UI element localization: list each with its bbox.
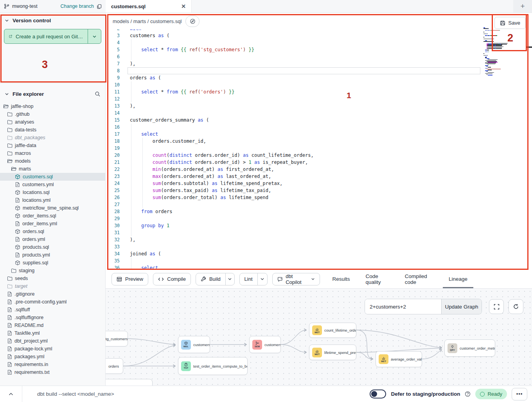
line-number: 7 <box>106 60 120 67</box>
update-graph-button[interactable]: Update Graph <box>441 299 482 314</box>
lineage-node-customers[interactable]: MDLcustomers <box>178 336 210 353</box>
tree-item-requirements-in[interactable]: requirements.in <box>0 361 105 368</box>
tree-item--github[interactable]: .github <box>0 110 105 118</box>
tree-item-order-items-yml[interactable]: order_items.yml <box>0 220 105 228</box>
branch-zone: mwong-test Change branch <box>0 0 106 13</box>
code-line-28: 28 from orders <box>106 208 532 215</box>
search-icon[interactable] <box>95 91 101 97</box>
build-caret[interactable] <box>226 273 234 285</box>
tree-item-label: jaffle-shop <box>11 104 33 109</box>
line-number: 19 <box>106 145 120 152</box>
minimap[interactable] <box>482 26 523 79</box>
tree-item-seeds[interactable]: seeds <box>0 275 105 282</box>
tree-item-taskfile-yml[interactable]: Taskfile.yml <box>0 329 105 337</box>
tree-item-orders-yml[interactable]: orders.yml <box>0 235 105 243</box>
save-button[interactable]: Save <box>494 17 526 29</box>
copilot-compass-button[interactable] <box>185 16 200 27</box>
tree-item-jaffle-shop[interactable]: jaffle-shop <box>0 102 105 110</box>
lint-caret[interactable] <box>258 273 267 285</box>
line-number: 24 <box>106 180 120 187</box>
tab-code-quality[interactable]: Code quality <box>358 270 397 288</box>
line-number: 23 <box>106 173 120 180</box>
tree-item-packages-yml[interactable]: packages.yml <box>0 353 105 361</box>
tree-item-readme-md[interactable]: README.md <box>0 321 105 329</box>
tree-item-dbt-packages[interactable]: dbt_packages <box>0 134 105 142</box>
command-input[interactable]: dbt build --select <model_name> <box>37 391 370 397</box>
tree-item-requirements-txt[interactable]: requirements.txt <box>0 368 105 376</box>
lineage-node-customers[interactable]: SEMcustomers <box>249 336 281 353</box>
dbt-copilot-button[interactable]: dbt Copilot <box>272 273 320 285</box>
tree-item-customers-yml[interactable]: customers.yml <box>0 181 105 188</box>
branch-name: mwong-test <box>12 4 38 9</box>
editor-region: models / marts / customers.sql 2with3cus… <box>106 13 532 270</box>
lineage-node-average-order-value[interactable]: METaverage_order_value <box>376 351 422 367</box>
node-label: customers <box>264 343 281 347</box>
command-bar-expand[interactable] <box>0 393 22 396</box>
tree-item-package-lock-yml[interactable]: package-lock.yml <box>0 345 105 353</box>
tree-item-orders-sql[interactable]: orders.sql <box>0 228 105 235</box>
refresh-button[interactable] <box>509 299 523 314</box>
tree-item-macros[interactable]: macros <box>0 149 105 157</box>
close-icon[interactable]: ✕ <box>181 4 186 9</box>
tree-item-customers-sql[interactable]: customers.sql <box>0 173 105 181</box>
compile-button[interactable]: Compile <box>153 273 191 285</box>
tree-item--pre-commit-config-yaml[interactable]: .pre-commit-config.yaml <box>0 298 105 306</box>
tree-item-data-tests[interactable]: data-tests <box>0 126 105 134</box>
lint-button[interactable]: Lint <box>240 273 258 285</box>
code-editor[interactable]: 2with3customers as (45 select * from {{ … <box>106 29 532 270</box>
tree-item-products-yml[interactable]: products.yml <box>0 251 105 259</box>
lineage-node-count-lifetime-orders[interactable]: METcount_lifetime_orders <box>309 323 356 338</box>
copy-icon[interactable] <box>97 4 102 9</box>
tree-item-staging[interactable]: staging <box>0 267 105 275</box>
create-pr-main[interactable]: Create a pull request on Git… <box>4 29 88 43</box>
tree-item-label: customers.sql <box>23 174 53 179</box>
tree-item--sqlfluffignore[interactable]: .sqlfluffignore <box>0 314 105 321</box>
new-tab-button[interactable]: + <box>513 0 532 13</box>
tree-item-marts[interactable]: marts <box>0 165 105 173</box>
create-pr-button[interactable]: Create a pull request on Git… <box>4 29 101 44</box>
tree-item-label: .pre-commit-config.yaml <box>14 299 66 305</box>
version-control-header[interactable]: Version control <box>0 13 105 27</box>
line-number: 29 <box>106 215 120 222</box>
tree-item-products-sql[interactable]: products.sql <box>0 243 105 251</box>
tree-item-dbt-project-yml[interactable]: dbt_project.yml <box>0 337 105 345</box>
tree-item-order-items-sql[interactable]: order_items.sql <box>0 212 105 220</box>
lineage-node-lifetime-spend-pretax[interactable]: METlifetime_spend_pretax <box>309 345 356 360</box>
lineage-selector-input[interactable] <box>365 299 441 314</box>
tree-item-analyses[interactable]: analyses <box>0 118 105 126</box>
lineage-node-test-order-items-compute-to-bools-[interactable]: TSTtest_order_items_compute_to_bools... <box>178 357 248 375</box>
tree-item-label: products.sql <box>23 244 49 250</box>
lineage-node-orders[interactable]: orders <box>106 358 123 374</box>
tree-item-models[interactable]: models <box>0 157 105 165</box>
tab-customers-sql[interactable]: customers.sql ✕ <box>106 0 192 13</box>
tree-item-jaffle-data[interactable]: jaffle-data <box>0 142 105 149</box>
build-button[interactable]: Build <box>196 273 226 285</box>
preview-button[interactable]: Preview <box>111 273 148 285</box>
help-icon[interactable] <box>465 391 471 397</box>
lineage-node-stg-customers[interactable]: stg_customers <box>106 331 128 346</box>
tree-item-locations-yml[interactable]: locations.yml <box>0 196 105 204</box>
tab-results[interactable]: Results <box>325 270 358 288</box>
tree-item-label: requirements.in <box>14 362 48 367</box>
lineage-node-customer-order-metrics[interactable]: QRYcustomer_order_metrics <box>444 339 495 357</box>
tree-item--gitignore[interactable]: .gitignore <box>0 290 105 298</box>
tree-item-supplies-sql[interactable]: supplies.sql <box>0 259 105 267</box>
fullscreen-button[interactable] <box>489 299 504 314</box>
change-branch-link[interactable]: Change branch <box>61 4 94 9</box>
tab-lineage[interactable]: Lineage <box>441 270 475 288</box>
create-pr-caret[interactable] <box>88 29 101 43</box>
tree-item--sqlfluff[interactable]: .sqlfluff <box>0 306 105 314</box>
code-line-20: 20 count(distinct orders.order_id) as co… <box>106 152 532 159</box>
tree-item-target[interactable]: target <box>0 282 105 290</box>
tree-item-locations-sql[interactable]: locations.sql <box>0 188 105 196</box>
node-label: average_order_value <box>391 357 422 361</box>
code-line-27: 27 <box>106 201 532 208</box>
lineage-node-clipped[interactable] <box>106 379 153 386</box>
defer-toggle[interactable] <box>370 389 386 398</box>
line-number: 6 <box>106 53 120 60</box>
tab-compiled-code[interactable]: Compiled code <box>397 270 441 288</box>
tree-item-metricflow-time-spine-sql[interactable]: metricflow_time_spine.sql <box>0 204 105 212</box>
more-options-button[interactable]: ••• <box>512 388 527 400</box>
file-explorer-header[interactable]: File explorer <box>0 86 105 100</box>
tree-item-label: README.md <box>14 323 43 328</box>
